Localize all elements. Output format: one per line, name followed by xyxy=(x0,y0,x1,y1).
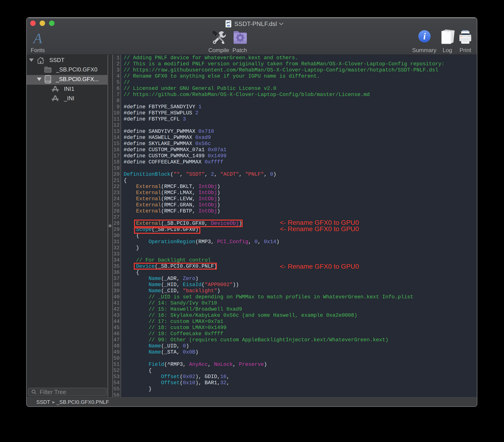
svg-text:DSL: DSL xyxy=(227,25,230,27)
svg-text:i: i xyxy=(423,31,426,41)
